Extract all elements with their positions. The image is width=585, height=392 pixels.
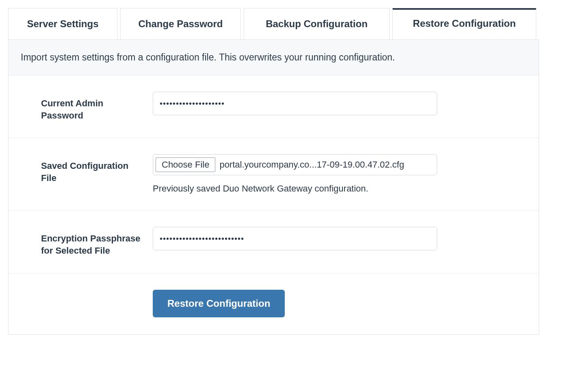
label-passphrase: Encryption Passphrase for Selected File — [41, 227, 153, 256]
selected-filename: portal.yourcompany.co...17-09-19.00.47.0… — [219, 159, 404, 170]
tab-panel-restore: Import system settings from a configurat… — [8, 39, 539, 335]
passphrase-input[interactable] — [153, 227, 437, 250]
row-config-file: Saved Configuration File Choose File por… — [9, 138, 539, 211]
button-row-spacer — [41, 290, 153, 295]
tab-bar: Server Settings Change Password Backup C… — [8, 8, 539, 39]
config-file-helper: Previously saved Duo Network Gateway con… — [153, 183, 437, 194]
tab-restore-configuration[interactable]: Restore Configuration — [392, 8, 536, 39]
label-config-file: Saved Configuration File — [41, 154, 153, 184]
settings-container: Server Settings Change Password Backup C… — [8, 8, 539, 335]
row-admin-password: Current Admin Password — [9, 75, 539, 138]
row-buttons: Restore Configuration — [9, 274, 539, 334]
restore-configuration-button[interactable]: Restore Configuration — [153, 290, 285, 317]
tab-backup-configuration[interactable]: Backup Configuration — [244, 8, 390, 39]
row-passphrase: Encryption Passphrase for Selected File — [9, 211, 539, 273]
tab-change-password[interactable]: Change Password — [120, 8, 241, 39]
panel-description: Import system settings from a configurat… — [9, 39, 539, 75]
label-admin-password: Current Admin Password — [41, 92, 153, 121]
tab-server-settings[interactable]: Server Settings — [8, 8, 117, 39]
admin-password-input[interactable] — [153, 92, 437, 115]
choose-file-button[interactable]: Choose File — [156, 157, 215, 172]
config-file-field[interactable]: Choose File portal.yourcompany.co...17-0… — [153, 154, 437, 175]
